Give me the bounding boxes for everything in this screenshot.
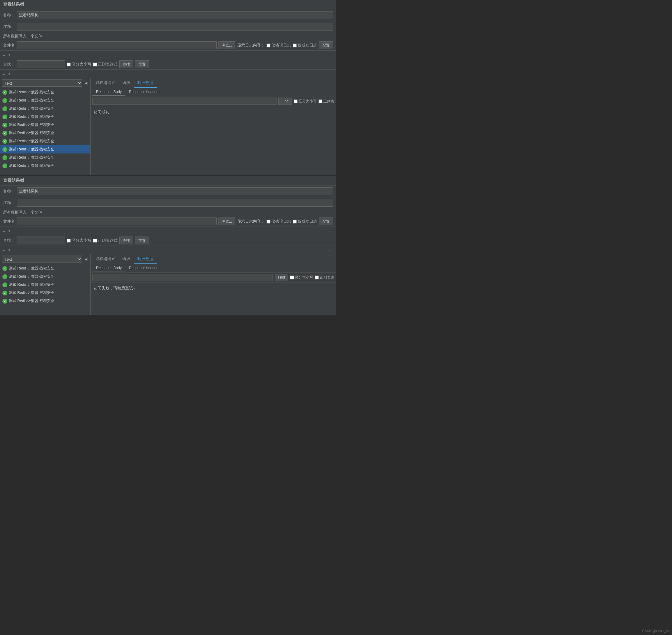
panel-2-sub-tab-response-headers[interactable]: Response headers	[125, 264, 163, 272]
panel-2-case-sensitive-checkbox[interactable]	[67, 239, 71, 243]
panel-1-config-btn[interactable]: 配置	[319, 41, 333, 49]
tab-response-data[interactable]: 响应数据	[134, 78, 157, 88]
panel-1-case-sensitive-checkbox[interactable]	[67, 63, 71, 66]
panel-1-error-only-checkbox[interactable]	[266, 44, 270, 47]
panel-2-find-btn[interactable]: 查找	[120, 237, 133, 244]
panel-2-reset-btn[interactable]: 重置	[135, 237, 149, 244]
panel-2-case-sensitive-label[interactable]: 区分大小写	[67, 238, 91, 243]
panel-2-browse-btn[interactable]: 浏览...	[218, 218, 235, 225]
panel-2-resp-regex-checkbox[interactable]	[315, 276, 319, 280]
panel-1-type-dropdown[interactable]: Text JSON XML	[2, 80, 82, 87]
panel-1-response-search-row: Find 区分大小写 正则表	[91, 96, 336, 106]
panel-1: 查看结果树 名称： 注释： 所有数据写入一个文件 文件名 浏览... 显示日志内…	[0, 0, 336, 175]
sub-tab-response-headers[interactable]: Response headers	[125, 88, 163, 96]
panel-2-arrow-down-2-icon[interactable]: ▼	[7, 248, 12, 252]
panel-2-collapse-btn[interactable]: ◀	[83, 257, 89, 262]
panel-1-success-only-label[interactable]: 仅成功日志	[293, 43, 317, 48]
panel-2-tab-response-data[interactable]: 响应数据	[134, 254, 157, 264]
panel-1-list-item[interactable]: ✓ 测试 Redis 计数器-线程安全	[0, 105, 90, 113]
panel-2-name-label: 名称：	[3, 189, 15, 194]
panel-1-search-input[interactable]	[17, 60, 65, 68]
panel-2-file-input[interactable]	[17, 218, 217, 225]
panel-2-list-item[interactable]: ✓ 测试 Redis 计数器-线程安全	[0, 264, 90, 272]
sub-tab-response-body[interactable]: Response Body	[92, 88, 125, 96]
panel-2-tab-request[interactable]: 请求	[119, 254, 134, 264]
panel-1-resp-regex-checkbox[interactable]	[319, 100, 322, 103]
panel-1-resp-regex-label[interactable]: 正则表	[319, 99, 334, 104]
panel-1-arrow-down-2-icon[interactable]: ▼	[7, 72, 12, 76]
panel-2-error-only-label[interactable]: 仅错误日志	[266, 219, 291, 224]
panel-1-file-row: 文件名 浏览... 显示日志内容： 仅错误日志 仅成功日志 配置	[0, 40, 336, 50]
panel-1-regex-label[interactable]: 正则表达式	[93, 62, 117, 67]
panel-1-list-item[interactable]: ✓ 测试 Redis 计数器-线程安全	[0, 121, 90, 129]
panel-1-list-item[interactable]: ✓ 测试 Redis 计数器-线程安全	[0, 153, 90, 161]
panel-1-response-find-btn[interactable]: Find	[278, 97, 292, 105]
panel-2-sub-tab-response-body[interactable]: Response Body	[92, 264, 125, 272]
panel-2-resp-case-label[interactable]: 区分大小写	[290, 275, 313, 280]
panel-2-resp-case-checkbox[interactable]	[290, 276, 294, 280]
panel-1-response-body: 访问成功	[91, 106, 336, 175]
panel-1-response-text: 访问成功	[94, 110, 109, 114]
panel-1-arrow-up-icon[interactable]: ▲	[2, 52, 6, 57]
panel-2-arrow-down-icon[interactable]: ▼	[7, 229, 12, 233]
panel-2-config-btn[interactable]: 配置	[319, 218, 333, 225]
panel-1-response-search-input[interactable]	[92, 97, 277, 105]
panel-2-response-search-input[interactable]	[92, 274, 273, 281]
panel-2-regex-label[interactable]: 正则表达式	[93, 238, 117, 243]
panel-2-comment-input[interactable]	[17, 199, 333, 206]
panel-2-resp-regex-text: 正则表达	[320, 275, 334, 280]
panel-1-list-item[interactable]: ✓ 测试 Redis 计数器-线程安全	[0, 161, 90, 170]
panel-2-list-item[interactable]: ✓ 测试 Redis 计数器-线程安全	[0, 281, 90, 289]
panel-2-list: ✓ 测试 Redis 计数器-线程安全 ✓ 测试 Redis 计数器-线程安全 …	[0, 264, 90, 305]
panel-1-regex-checkbox[interactable]	[93, 63, 97, 66]
panel-1-resp-case-label[interactable]: 区分大小写	[294, 99, 317, 104]
panel-1-success-only-checkbox[interactable]	[293, 44, 297, 47]
panel-1-resp-case-checkbox[interactable]	[294, 100, 298, 103]
tab-request[interactable]: 请求	[119, 78, 134, 88]
panel-1-find-btn[interactable]: 查找	[120, 60, 133, 68]
panel-1-arrow-up-2-icon[interactable]: ▲	[2, 72, 6, 76]
panel-1-file-input[interactable]	[17, 41, 217, 49]
panel-1-error-only-label[interactable]: 仅错误日志	[266, 43, 291, 48]
panel-1-list-item[interactable]: ✓ 测试 Redis 计数器-线程安全	[0, 137, 90, 145]
panel-1-name-input[interactable]	[17, 11, 333, 19]
check-icon: ✓	[2, 131, 7, 136]
panel-2-content-area: Text JSON XML ◀ ✓ 测试 Redis 计数器-线程安全 ✓ 测试…	[0, 254, 336, 315]
panel-1-comment-input[interactable]	[17, 23, 333, 30]
panel-2-success-only-checkbox[interactable]	[293, 220, 297, 223]
panel-1-browse-btn[interactable]: 浏览...	[218, 41, 235, 49]
panel-2-success-only-label[interactable]: 仅成功日志	[293, 219, 317, 224]
check-icon: ✓	[2, 291, 7, 295]
panel-2-tab-sampler-result[interactable]: 取样器结果	[92, 254, 119, 264]
panel-2-error-only-checkbox[interactable]	[266, 220, 270, 223]
panel-2-list-item[interactable]: ✓ 测试 Redis 计数器-线程安全	[0, 289, 90, 297]
panel-2-resp-regex-label[interactable]: 正则表达	[315, 275, 334, 280]
panel-1-reset-btn[interactable]: 重置	[135, 60, 149, 68]
panel-2-search-input[interactable]	[17, 237, 65, 244]
panel-1-collapse-btn[interactable]: ◀	[83, 80, 89, 86]
panel-1-case-sensitive-label[interactable]: 区分大小写	[67, 62, 91, 67]
panel-2-arrow-up-icon[interactable]: ▲	[2, 229, 6, 233]
panel-2-header: 查看结果树	[0, 176, 336, 185]
panel-1-list-item[interactable]: ✓ 测试 Redis 计数器-线程安全	[0, 96, 90, 105]
panel-2-arrow-up-2-icon[interactable]: ▲	[2, 248, 6, 252]
panel-1-list-item[interactable]: ✓ 测试 Redis 计数器-线程安全	[0, 113, 90, 121]
panel-1-resp-regex-text: 正则表	[323, 99, 334, 104]
panel-1-arrow-down-icon[interactable]: ▼	[7, 52, 12, 57]
panel-2-sub-tabs-row: Response Body Response headers	[91, 264, 336, 272]
panel-2-response-find-btn[interactable]: Find	[275, 274, 288, 281]
panel-1-list-item[interactable]: ✓ 测试 Redis 计数器-线程安全	[0, 88, 90, 96]
panel-2-regex-checkbox[interactable]	[93, 239, 97, 243]
panel-1-list-item[interactable]: ✓ 测试 Redis 计数器-线程安全	[0, 145, 90, 153]
list-item-text: 测试 Redis 计数器-线程安全	[9, 290, 54, 295]
list-item-text: 测试 Redis 计数器-线程安全	[9, 274, 54, 279]
panel-2-response-text: 访问失败，请稍后重试~	[94, 286, 135, 290]
panel-2: 查看结果树 名称： 注释： 所有数据写入一个文件 文件名 浏览... 显示日志内…	[0, 176, 336, 315]
panel-1-list-item[interactable]: ✓ 测试 Redis 计数器-线程安全	[0, 129, 90, 137]
panel-2-type-dropdown[interactable]: Text JSON XML	[2, 256, 82, 263]
panel-2-name-input[interactable]	[17, 187, 333, 195]
tab-sampler-result[interactable]: 取样器结果	[92, 78, 119, 88]
panel-2-list-item[interactable]: ✓ 测试 Redis 计数器-线程安全	[0, 297, 90, 305]
panel-2-list-item[interactable]: ✓ 测试 Redis 计数器-线程安全	[0, 272, 90, 281]
panel-1-success-only-text: 仅成功日志	[298, 43, 317, 48]
